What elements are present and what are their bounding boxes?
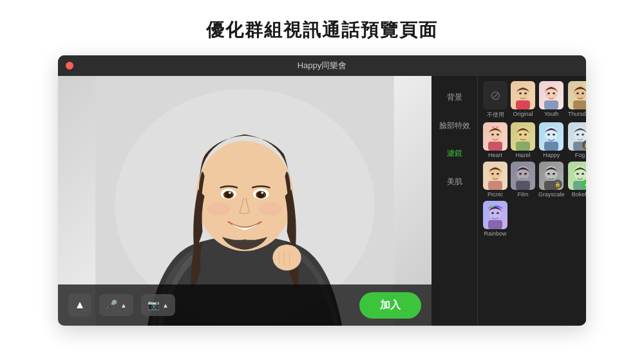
filter-thumb-original xyxy=(511,81,535,109)
mic-chevron: ▲ xyxy=(120,302,127,309)
svg-point-24 xyxy=(553,94,557,97)
main-content: 🎤 ▲ 📷 ▲ 加入 背景 臉部特效 濾鏡 美肌 xyxy=(58,76,586,326)
filter-item-grayscale[interactable]: 🔒 Grayscale xyxy=(538,162,565,198)
traffic-light-close[interactable] xyxy=(66,62,73,70)
svg-point-60 xyxy=(582,173,584,175)
filter-thumb-grayscale: 🔒 xyxy=(539,162,564,190)
svg-point-48 xyxy=(497,173,499,175)
svg-point-44 xyxy=(582,134,584,136)
filter-item-original[interactable]: Original xyxy=(511,81,535,119)
svg-point-52 xyxy=(524,173,527,175)
svg-point-51 xyxy=(519,173,522,175)
svg-point-43 xyxy=(576,134,579,136)
filter-item-fog[interactable]: 🔒 Fog xyxy=(568,122,586,158)
svg-point-11 xyxy=(261,191,263,194)
filter-item-rainbow[interactable]: Rainbow xyxy=(483,201,507,237)
right-panel: 背景 臉部特效 濾鏡 美肌 ⊘ 不使用 xyxy=(431,76,586,326)
app-window: Happy同樂會 xyxy=(58,55,586,326)
svg-point-7 xyxy=(229,191,231,194)
svg-point-64 xyxy=(497,212,499,214)
svg-point-31 xyxy=(491,134,494,136)
camera-icon: 📷 xyxy=(147,299,160,311)
filter-item-thursday[interactable]: Thursday xyxy=(568,81,586,119)
filter-label-none: 不使用 xyxy=(487,111,504,119)
filter-grid: ⊘ 不使用 xyxy=(483,81,581,237)
svg-point-36 xyxy=(524,134,527,136)
filter-thumb-happy xyxy=(539,122,564,151)
svg-point-56 xyxy=(553,173,555,175)
title-bar: Happy同樂會 xyxy=(58,55,586,76)
bottom-controls: 🎤 ▲ 📷 ▲ 加入 xyxy=(58,284,431,326)
mic-icon: 🎤 xyxy=(106,299,118,311)
svg-point-23 xyxy=(545,94,549,97)
filter-item-bokeh[interactable]: ✓ Bokeh xyxy=(568,162,586,198)
svg-point-13 xyxy=(259,203,282,216)
filter-item-hazel[interactable]: Hazel xyxy=(511,122,535,158)
svg-rect-41 xyxy=(544,142,558,151)
filter-thumb-bokeh: ✓ xyxy=(568,162,586,190)
window-title: Happy同樂會 xyxy=(85,60,559,71)
svg-point-3 xyxy=(196,141,293,251)
filter-item-heart[interactable]: Heart xyxy=(483,122,507,158)
filter-menu-item-beauty[interactable]: 美肌 xyxy=(431,171,477,194)
filter-grid-area: ⊘ 不使用 xyxy=(478,76,586,326)
filter-item-youth[interactable]: Youth xyxy=(538,81,565,119)
svg-point-18 xyxy=(524,93,527,95)
mic-button[interactable]: 🎤 ▲ xyxy=(99,294,133,316)
filter-thumb-thursday xyxy=(568,81,586,109)
svg-point-40 xyxy=(553,134,555,136)
svg-point-63 xyxy=(491,212,494,214)
filter-thumb-youth xyxy=(539,81,564,109)
svg-point-47 xyxy=(491,173,494,175)
filter-thumb-none: ⊘ xyxy=(483,81,507,109)
filter-menu-item-face-effects[interactable]: 臉部特效 xyxy=(431,115,477,138)
join-button[interactable]: 加入 xyxy=(359,292,421,319)
filter-label-fog: Fog xyxy=(575,152,585,158)
svg-point-28 xyxy=(582,93,584,95)
page-title: 優化群組視訊通話預覽頁面 xyxy=(206,18,438,42)
svg-point-39 xyxy=(547,134,550,136)
svg-point-27 xyxy=(576,93,579,95)
svg-rect-29 xyxy=(573,100,586,109)
svg-point-17 xyxy=(519,93,522,95)
filter-label-rainbow: Rainbow xyxy=(484,230,506,237)
svg-rect-37 xyxy=(516,142,530,151)
filter-label-picnic: Picnic xyxy=(488,191,503,198)
filter-menu-item-background[interactable]: 背景 xyxy=(431,86,477,109)
svg-rect-33 xyxy=(488,142,502,151)
svg-rect-53 xyxy=(516,181,530,190)
filter-item-none[interactable]: ⊘ 不使用 xyxy=(483,81,507,119)
filter-thumb-heart xyxy=(483,122,507,151)
filter-label-grayscale: Grayscale xyxy=(538,191,565,198)
svg-rect-25 xyxy=(544,100,558,109)
svg-point-59 xyxy=(576,173,579,175)
filter-label-heart: Heart xyxy=(488,152,502,158)
filter-item-happy[interactable]: Happy xyxy=(538,122,565,158)
filter-label-bokeh: Bokeh xyxy=(572,191,586,198)
triangle-button[interactable] xyxy=(68,293,91,317)
filter-menu-item-filter[interactable]: 濾鏡 xyxy=(431,142,477,165)
filter-menu: 背景 臉部特效 濾鏡 美肌 xyxy=(431,76,478,326)
filter-label-hazel: Hazel xyxy=(515,152,530,158)
filter-item-picnic[interactable]: Picnic xyxy=(483,162,507,198)
svg-point-35 xyxy=(519,134,522,136)
video-area: 🎤 ▲ 📷 ▲ 加入 xyxy=(58,76,431,326)
filter-thumb-fog: 🔒 xyxy=(568,122,586,151)
filter-thumb-film xyxy=(511,162,535,190)
camera-button[interactable]: 📷 ▲ xyxy=(141,294,175,316)
svg-point-12 xyxy=(207,203,231,216)
svg-rect-19 xyxy=(516,100,530,109)
camera-chevron: ▲ xyxy=(162,302,169,309)
filter-label-original: Original xyxy=(513,111,533,117)
filter-label-youth: Youth xyxy=(544,111,559,117)
filter-label-film: Film xyxy=(518,191,529,198)
filter-thumb-rainbow xyxy=(483,201,507,229)
svg-rect-65 xyxy=(488,220,502,229)
svg-point-55 xyxy=(547,173,550,175)
filter-label-thursday: Thursday xyxy=(568,111,586,117)
filter-label-happy: Happy xyxy=(543,152,560,158)
svg-rect-49 xyxy=(488,181,502,190)
filter-item-film[interactable]: Film xyxy=(511,162,535,198)
filter-thumb-hazel xyxy=(511,122,535,151)
svg-marker-15 xyxy=(77,302,83,308)
